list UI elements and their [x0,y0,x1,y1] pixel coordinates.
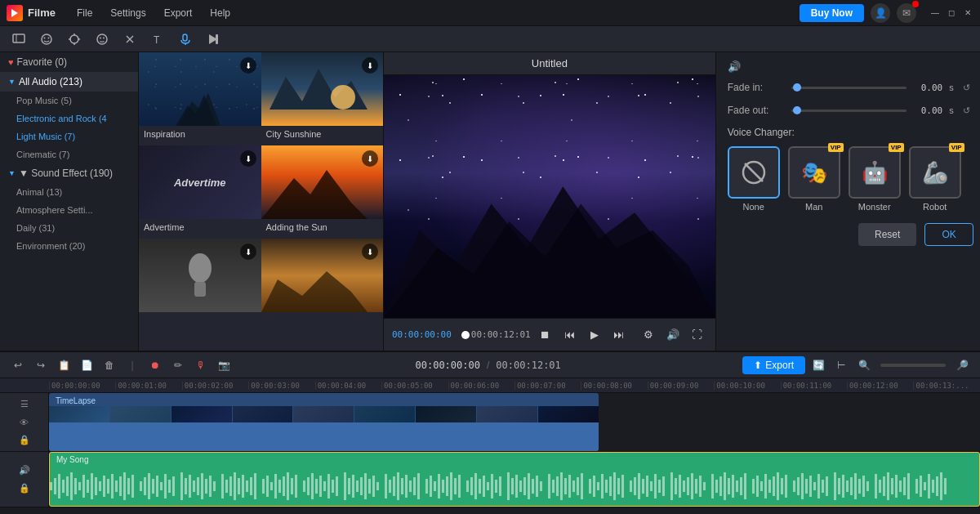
media-item-inspiration[interactable]: ⬇ Inspiration [139,52,261,145]
tool-face[interactable] [36,29,57,50]
svg-rect-52 [123,472,126,500]
reset-button[interactable]: Reset [858,223,916,246]
track-eye-icon[interactable]: 👁 [17,415,32,430]
prev-frame-button[interactable]: ⏮ [560,325,580,345]
menu-help[interactable]: Help [202,4,238,22]
svg-rect-178 [695,479,697,494]
svg-rect-204 [813,482,816,490]
export-button[interactable]: ⬆ Export [742,356,805,374]
media-item-adding-sun[interactable]: ⬇ Adding the Sun [261,145,384,239]
stop-button[interactable]: ⏹ [536,325,555,345]
zoom-slider[interactable] [880,364,946,367]
tool-media[interactable] [8,29,29,50]
edit-button[interactable]: ✏ [168,355,188,375]
download-icon-5[interactable]: ⬇ [240,244,256,260]
maximize-button[interactable]: ◻ [946,7,957,19]
sidebar-item-all-audio[interactable]: ▼ All Audio (213) [0,72,138,92]
tool-effects[interactable] [64,29,85,50]
sidebar-item-electronic[interactable]: Electronic and Rock (4 [0,110,138,127]
menu-settings[interactable]: Settings [102,4,154,22]
sidebar-item-light[interactable]: Light Music (7) [0,127,138,145]
menu-file[interactable]: File [69,4,100,22]
voice-none-label: None [743,202,764,212]
sidebar-item-environment[interactable]: Environment (20) [0,237,138,255]
buy-now-button[interactable]: Buy Now [800,4,864,22]
voice-option-none[interactable]: None [728,146,780,212]
fade-in-slider[interactable] [791,87,907,89]
svg-rect-189 [744,473,746,499]
audio-track-lock-icon[interactable]: 🔒 [17,481,32,496]
media-item-5[interactable]: ⬇ [139,239,261,322]
sidebar-item-sound-effect[interactable]: ▼ ▼ Sound Effect (190) [0,163,138,183]
sidebar-item-favorite[interactable]: ♥ Favorite (0) [0,52,138,72]
download-icon-2[interactable]: ⬇ [362,57,378,74]
sidebar-item-daily[interactable]: Daily (31) [0,219,138,237]
svg-rect-142 [532,479,534,494]
settings-icon[interactable]: ⚙ [639,325,658,345]
fade-out-reset-icon[interactable]: ↺ [960,104,973,117]
track-hamburger-icon[interactable]: ☰ [17,397,32,412]
mail-icon[interactable]: ✉ [897,3,916,23]
camera-button[interactable]: 📷 [214,355,234,375]
voice-option-monster[interactable]: 🤖 VIP Monster [849,146,901,212]
svg-rect-69 [201,473,203,499]
svg-rect-45 [95,477,97,495]
track-lock-icon[interactable]: 🔒 [17,433,32,448]
svg-rect-168 [650,481,653,491]
fullscreen-icon[interactable]: ⛶ [688,325,707,345]
voice-option-robot[interactable]: 🦾 VIP Robot [909,146,961,212]
close-button[interactable]: ✕ [962,7,973,19]
ok-button[interactable]: OK [924,223,973,246]
download-icon-3[interactable]: ⬇ [240,150,256,167]
audio-clip[interactable]: My Song [49,452,980,507]
redo-button[interactable]: ↪ [31,355,51,375]
loop-button[interactable]: 🔄 [808,355,828,375]
voice-option-man[interactable]: 🎭 VIP Man [788,146,840,212]
record-button[interactable]: ⏺ [145,355,165,375]
minimize-button[interactable]: — [929,7,941,19]
zoom-in-button[interactable]: 🔎 [952,355,972,375]
download-icon-1[interactable]: ⬇ [240,57,256,74]
fade-in-reset-icon[interactable]: ↺ [960,81,973,94]
svg-rect-198 [785,475,787,498]
svg-rect-104 [360,477,363,495]
svg-rect-103 [356,480,359,492]
tool-animation[interactable] [203,29,224,50]
svg-rect-43 [87,480,89,493]
svg-rect-83 [266,476,269,497]
paste-button[interactable]: 📄 [77,355,96,375]
tool-audio[interactable] [175,29,196,50]
tool-cut[interactable] [119,29,140,50]
media-item-advertime[interactable]: Advertime ⬇ Advertime [139,145,261,239]
menu-export[interactable]: Export [156,4,201,22]
user-icon[interactable]: 👤 [871,3,890,23]
svg-rect-102 [352,475,354,498]
next-frame-button[interactable]: ⏭ [609,325,629,345]
tool-sticker[interactable] [91,29,113,50]
media-item-city-sunshine[interactable]: ⬇ City Sunshine [261,52,384,145]
vip-badge-monster: VIP [889,143,904,152]
mic-button[interactable]: 🎙 [191,355,211,375]
sidebar-item-atmosphere[interactable]: Atmosphere Setti... [0,201,138,219]
svg-rect-165 [638,473,640,499]
media-label-6 [261,312,384,322]
delete-button[interactable]: 🗑 [100,355,119,375]
sidebar-item-cinematic[interactable]: Cinematic (7) [0,145,138,163]
sidebar-environment-label: Environment (20) [16,241,85,251]
zoom-out-button[interactable]: 🔍 [854,355,874,375]
tool-text[interactable]: T [147,29,168,50]
undo-button[interactable]: ↩ [8,355,28,375]
ruler-mark-4: 00:00:04:00 [315,382,381,390]
download-icon-4[interactable]: ⬇ [362,150,378,167]
split-button[interactable]: ⊢ [831,355,851,375]
play-button[interactable]: ▶ [585,325,604,345]
audio-track-volume-icon[interactable]: 🔊 [17,463,32,478]
media-grid-panel: ⬇ Inspiration ⬇ City Sunshine [139,52,384,351]
download-icon-6[interactable]: ⬇ [362,244,378,260]
fade-out-slider[interactable] [791,110,907,112]
media-item-6[interactable]: ⬇ [261,239,384,322]
copy-button[interactable]: 📋 [54,355,74,375]
volume-icon[interactable]: 🔊 [663,325,683,345]
sidebar-item-pop[interactable]: Pop Music (5) [0,92,138,110]
sidebar-item-animal[interactable]: Animal (13) [0,183,138,201]
